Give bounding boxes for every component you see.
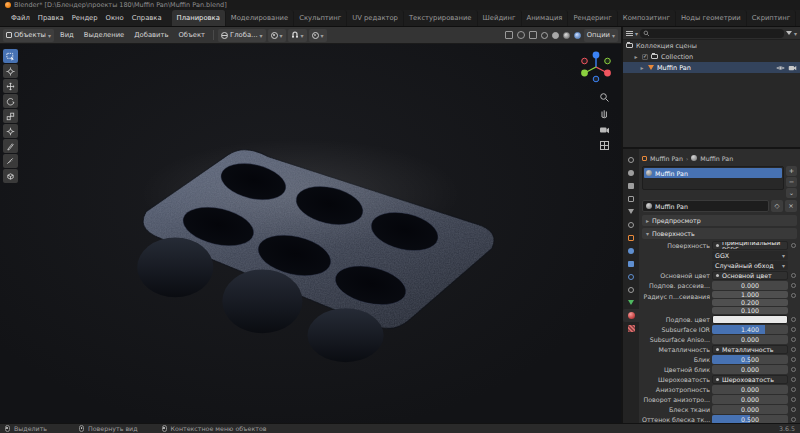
rotate-tool[interactable] [3,94,18,108]
subsurface-radius-g[interactable]: 0.200 [712,299,788,306]
distribution-dropdown[interactable]: GGX ▾ [712,251,788,260]
anisotropic-slider[interactable]: 0.000 [712,385,788,394]
menu-help[interactable]: Справка [128,10,166,26]
tab-rendering[interactable]: Рендеринг [568,10,617,26]
measure-tool[interactable] [3,154,18,168]
filter-icon[interactable] [786,31,792,35]
tab-shading[interactable]: Шейдинг [478,10,522,26]
subsurface-radius-b[interactable]: 0.100 [712,307,788,314]
add-primitive-tool[interactable] [3,169,18,183]
prop-tab-tool[interactable] [623,153,639,166]
pivot-point-dropdown[interactable]: ▾ [268,29,286,42]
material-slot-item[interactable]: Muffin Pan [644,168,782,178]
decorator-icon[interactable] [790,417,797,422]
tab-animation[interactable]: Анимация [522,10,569,26]
prop-tab-modifiers[interactable] [623,244,639,257]
menu-edit[interactable]: Правка [34,10,68,26]
cursor-tool[interactable] [3,64,18,78]
decorator-icon[interactable] [790,243,797,248]
prop-tab-output[interactable] [623,179,639,192]
prop-tab-constraints[interactable] [623,283,639,296]
pan-hand-icon[interactable] [599,108,610,119]
viewport-3d[interactable] [0,44,621,423]
prop-tab-render[interactable] [623,166,639,179]
specular-tint-slider[interactable]: 0.000 [712,365,788,374]
decorator-icon[interactable] [790,291,797,298]
mode-selector[interactable]: Объекты ▾ [3,29,54,42]
decorator-icon[interactable] [790,347,797,352]
outliner-object-row[interactable]: ▸ Muffin Pan [623,62,800,73]
surface-section-header[interactable]: ▾ Поверхность [642,228,797,239]
subsurface-method-dropdown[interactable]: Случайный обход ▾ [712,261,788,270]
xray-toggle[interactable] [529,31,537,39]
fake-user-button[interactable]: ◇ [771,200,783,212]
shading-wireframe-button[interactable] [541,32,548,39]
prop-tab-texture[interactable] [623,322,639,335]
menu-view[interactable]: Вид [56,31,78,39]
decorator-icon[interactable] [790,317,797,322]
expander-icon[interactable]: ▸ [639,64,645,71]
move-tool[interactable] [3,79,18,93]
prop-tab-scene[interactable] [623,205,639,218]
slot-specials-button[interactable]: ⌄ [786,188,797,198]
tab-sculpting[interactable]: Скульптинг [294,10,347,26]
base-color-link-button[interactable]: Основной цвет [712,271,788,280]
menu-object[interactable]: Объект [174,31,209,39]
decorator-icon[interactable] [790,327,797,332]
muffin-pan-model[interactable] [0,44,621,423]
transform-orientation-dropdown[interactable]: Глоба... ▾ [218,29,266,42]
decorator-icon[interactable] [790,283,797,288]
prop-tab-object[interactable] [623,231,639,244]
shading-rendered-button[interactable] [574,32,581,39]
decorator-icon[interactable] [790,387,797,392]
subsurface-radius-r[interactable]: 1.000 [712,291,788,298]
annotate-tool[interactable] [3,139,18,153]
shading-solid-button[interactable] [552,32,559,39]
prop-tab-world[interactable] [623,218,639,231]
menu-window[interactable]: Окно [102,10,128,26]
preview-section-header[interactable]: ▸ Предпросмотр [642,215,797,226]
roughness-link-button[interactable]: Шероховатость [712,375,788,384]
decorator-icon[interactable] [790,337,797,342]
sheen-tint-slider[interactable]: 0.500 [712,415,788,423]
scale-tool[interactable] [3,109,18,123]
tab-scripting[interactable]: Скриптинг [747,10,796,26]
surface-shader-button[interactable]: Принципиальный BSDF [712,241,788,250]
outliner-editor-icon[interactable] [626,31,633,32]
subsurface-ior-slider[interactable]: 1.400 [712,325,788,334]
proportional-editing-dropdown[interactable]: ▾ [309,29,327,42]
subsurface-slider[interactable]: 0.000 [712,281,788,290]
material-name-input[interactable]: Muffin Pan [642,200,769,212]
zoom-icon[interactable] [599,92,610,103]
collection-checkbox[interactable]: ✓ [642,54,648,60]
prop-tab-physics[interactable] [623,270,639,283]
decorator-icon[interactable] [790,407,797,412]
menu-render[interactable]: Рендер [68,10,102,26]
prop-tab-view-layer[interactable] [623,192,639,205]
transform-tool[interactable] [3,124,18,138]
shading-material-preview-button[interactable] [563,32,570,39]
show-overlays-toggle[interactable] [517,31,525,39]
prop-tab-object-data[interactable] [623,296,639,309]
add-workspace-button[interactable]: + [796,10,800,26]
perspective-toggle-icon[interactable] [599,140,610,151]
decorator-icon[interactable] [790,397,797,402]
outliner-scene-collection-row[interactable]: Коллекция сцены [623,40,800,51]
camera-view-icon[interactable] [599,124,610,135]
show-gizmo-toggle[interactable] [505,31,513,39]
tab-geometry-nodes[interactable]: Ноды геометрии [676,10,747,26]
chevron-down-icon[interactable]: ▾ [794,30,797,37]
add-slot-button[interactable]: + [786,166,797,176]
prop-tab-particles[interactable] [623,257,639,270]
select-box-tool[interactable] [3,49,18,63]
menu-file[interactable]: Файл [7,10,34,26]
sheen-slider[interactable]: 0.000 [712,405,788,414]
subsurface-anisotropy-slider[interactable]: 0.000 [712,335,788,344]
expander-icon[interactable]: ▸ [633,53,639,60]
tab-layout[interactable]: Планировка [172,10,226,26]
menu-add[interactable]: Добавить [130,31,172,39]
disable-in-render-camera-icon[interactable] [788,64,797,71]
tab-modeling[interactable]: Моделирование [226,10,294,26]
specular-slider[interactable]: 0.500 [712,355,788,364]
tab-texture-paint[interactable]: Текстурирование [404,10,478,26]
